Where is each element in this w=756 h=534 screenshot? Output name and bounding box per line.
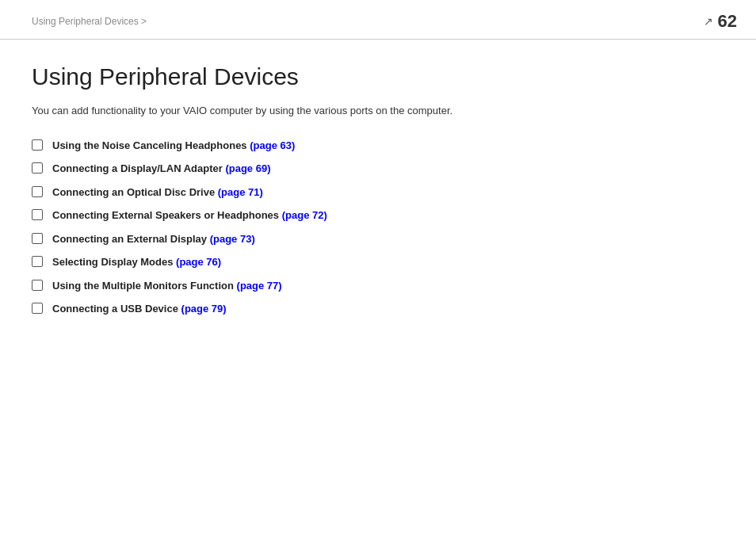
list-item: Connecting an Optical Disc Drive (page 7… xyxy=(32,185,724,200)
page-number: 62 xyxy=(718,11,737,32)
toc-item-link[interactable]: (page 79) xyxy=(181,303,227,315)
toc-item-label: Selecting Display Modes (page 76) xyxy=(52,254,221,270)
checkbox-icon xyxy=(32,186,43,197)
toc-item-text: Connecting a Display/LAN Adapter xyxy=(52,162,225,174)
toc-item-label: Connecting a USB Device (page 79) xyxy=(52,301,227,317)
list-item: Selecting Display Modes (page 76) xyxy=(32,254,724,270)
toc-item-label: Connecting External Speakers or Headphon… xyxy=(52,208,327,223)
toc-item-link[interactable]: (page 71) xyxy=(218,186,263,198)
toc-item-link[interactable]: (page 77) xyxy=(237,280,282,292)
toc-list: Using the Noise Canceling Headphones (pa… xyxy=(32,138,724,317)
page-title: Using Peripheral Devices xyxy=(32,63,724,90)
arrow-icon: ↗ xyxy=(704,15,713,28)
toc-item-label: Connecting an Optical Disc Drive (page 7… xyxy=(52,185,263,200)
toc-item-label: Connecting an External Display (page 73) xyxy=(52,231,255,247)
page-number-area: ↗ 62 xyxy=(704,11,740,32)
list-item: Connecting External Speakers or Headphon… xyxy=(32,208,724,223)
toc-item-text: Selecting Display Modes xyxy=(52,256,176,268)
checkbox-icon xyxy=(32,303,43,314)
checkbox-icon xyxy=(32,233,43,244)
toc-item-text: Using the Noise Canceling Headphones xyxy=(52,139,250,151)
header: Using Peripheral Devices > ↗ 62 xyxy=(0,0,756,40)
checkbox-icon xyxy=(32,139,43,151)
toc-item-text: Connecting a USB Device xyxy=(52,303,181,315)
toc-item-text: Using the Multiple Monitors Function xyxy=(52,280,237,292)
list-item: Using the Noise Canceling Headphones (pa… xyxy=(32,138,724,154)
toc-item-label: Connecting a Display/LAN Adapter (page 6… xyxy=(52,161,270,177)
intro-text: You can add functionality to your VAIO c… xyxy=(32,103,724,119)
checkbox-icon xyxy=(32,280,43,291)
checkbox-icon xyxy=(32,162,43,174)
list-item: Connecting a Display/LAN Adapter (page 6… xyxy=(32,161,724,177)
toc-item-link[interactable]: (page 72) xyxy=(282,209,327,221)
list-item: Using the Multiple Monitors Function (pa… xyxy=(32,278,724,294)
toc-item-label: Using the Multiple Monitors Function (pa… xyxy=(52,278,282,294)
main-content: Using Peripheral Devices You can add fun… xyxy=(0,40,756,349)
toc-item-label: Using the Noise Canceling Headphones (pa… xyxy=(52,138,295,154)
toc-item-link[interactable]: (page 63) xyxy=(250,139,295,151)
toc-item-link[interactable]: (page 73) xyxy=(210,233,255,245)
toc-item-text: Connecting External Speakers or Headphon… xyxy=(52,209,282,221)
toc-item-link[interactable]: (page 69) xyxy=(225,162,270,174)
toc-item-text: Connecting an External Display xyxy=(52,233,210,245)
toc-item-text: Connecting an Optical Disc Drive xyxy=(52,186,218,198)
breadcrumb: Using Peripheral Devices > xyxy=(32,16,147,27)
list-item: Connecting a USB Device (page 79) xyxy=(32,301,724,317)
list-item: Connecting an External Display (page 73) xyxy=(32,231,724,247)
toc-item-link[interactable]: (page 76) xyxy=(176,256,221,268)
checkbox-icon xyxy=(32,209,43,220)
checkbox-icon xyxy=(32,256,43,267)
